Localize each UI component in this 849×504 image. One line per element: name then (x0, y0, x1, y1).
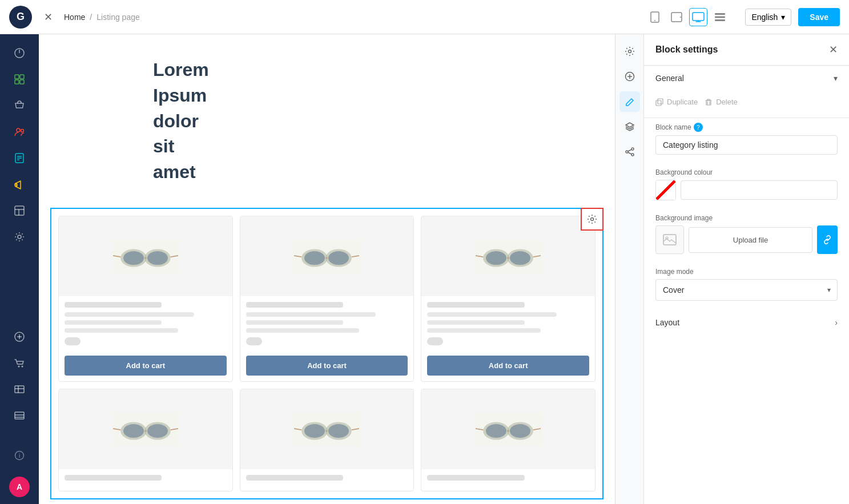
breadcrumb-home[interactable]: Home (64, 13, 85, 22)
svg-point-1 (654, 20, 655, 21)
close-button[interactable]: ✕ (39, 8, 57, 26)
product-image (59, 216, 232, 296)
sidebar-item-table2[interactable] (7, 404, 31, 428)
svg-point-27 (18, 366, 20, 368)
svg-point-13 (17, 128, 20, 132)
sidebar-item-pages[interactable] (7, 67, 31, 91)
tablet-view-button[interactable] (667, 8, 686, 26)
block-settings-button[interactable] (581, 208, 603, 231)
general-section-header[interactable]: General ▾ (644, 66, 849, 91)
product-info (59, 296, 232, 356)
colour-swatch[interactable] (655, 180, 676, 200)
svg-point-92 (628, 50, 631, 53)
svg-point-79 (304, 424, 325, 438)
ra-settings-icon[interactable] (619, 41, 640, 62)
svg-rect-11 (15, 80, 19, 84)
svg-point-67 (510, 253, 530, 265)
product-line (427, 328, 541, 333)
svg-point-57 (329, 253, 349, 265)
sidebar-item-forms[interactable] (7, 146, 31, 170)
product-title-placeholder (246, 475, 343, 481)
sidebar-item-cart[interactable] (7, 351, 31, 375)
breadcrumb: Home / Listing page (64, 13, 630, 22)
svg-point-80 (328, 424, 349, 438)
bg-image-row: Upload file (655, 225, 838, 254)
user-avatar[interactable]: A (9, 477, 30, 497)
product-image (59, 389, 232, 469)
product-line (246, 328, 360, 333)
svg-rect-6 (715, 16, 725, 18)
svg-point-87 (486, 424, 506, 438)
language-selector[interactable]: English ▾ (745, 9, 791, 26)
delete-button[interactable]: Delete (705, 95, 738, 108)
svg-line-99 (628, 150, 631, 151)
block-actions: Duplicate Delete (644, 91, 849, 118)
colour-input[interactable] (681, 180, 838, 200)
bg-colour-label: Background colour (655, 168, 838, 176)
product-toggle (65, 337, 81, 345)
ra-edit-icon[interactable] (619, 91, 640, 112)
svg-rect-29 (15, 386, 24, 393)
sidebar-item-info[interactable]: i (7, 443, 31, 467)
sidebar-item-add[interactable] (7, 325, 31, 349)
sidebar-item-settings[interactable] (7, 225, 31, 249)
ra-add-icon[interactable] (619, 66, 640, 87)
add-to-cart-button[interactable]: Add to cart (246, 356, 408, 376)
product-card: Add to cart (58, 216, 233, 382)
sidebar-item-users[interactable] (7, 120, 31, 144)
save-button[interactable]: Save (798, 8, 840, 26)
add-to-cart-button[interactable]: Add to cart (65, 356, 227, 376)
topbar: G ✕ Home / Listing page English ▾ Save (0, 0, 849, 34)
block-name-section: Block name ? (644, 118, 849, 164)
svg-point-71 (123, 424, 144, 438)
product-toggle (427, 337, 443, 345)
sidebar-item-dashboard[interactable] (7, 41, 31, 65)
svg-point-14 (21, 130, 24, 132)
upload-file-button[interactable]: Upload file (689, 227, 812, 253)
product-image (240, 216, 414, 296)
general-section-title: General (655, 74, 684, 83)
sidebar-item-marketing[interactable] (7, 172, 31, 196)
product-info (59, 469, 232, 491)
layout-section[interactable]: Layout › (644, 310, 849, 335)
duplicate-button[interactable]: Duplicate (655, 95, 698, 108)
product-title-placeholder (65, 302, 162, 308)
ra-layers-icon[interactable] (619, 116, 640, 137)
help-icon[interactable]: ? (694, 123, 703, 132)
image-url-button[interactable] (817, 225, 838, 254)
ra-share-icon[interactable] (619, 142, 640, 162)
block-settings-panel: Block settings ✕ General ▾ Duplicate Del… (643, 34, 849, 504)
product-line (65, 312, 194, 317)
product-card (58, 389, 233, 491)
product-title-placeholder (246, 302, 343, 308)
svg-point-66 (486, 253, 506, 265)
sidebar-item-shop[interactable] (7, 94, 31, 118)
add-to-cart-button[interactable]: Add to cart (427, 356, 589, 376)
product-line (65, 320, 162, 325)
svg-rect-103 (706, 100, 711, 105)
mobile-view-button[interactable] (646, 8, 664, 26)
sidebar-item-table1[interactable] (7, 377, 31, 401)
sidebar-item-layout[interactable] (7, 199, 31, 223)
product-toggle (246, 337, 262, 345)
product-line (427, 312, 557, 317)
image-preview (655, 225, 684, 254)
image-mode-select[interactable]: Cover Contain Stretch Tile (655, 279, 838, 301)
svg-point-23 (18, 235, 21, 239)
svg-point-3 (680, 17, 681, 18)
svg-rect-9 (15, 75, 19, 79)
language-label: English (751, 13, 778, 22)
product-grid-block[interactable]: Add to cart (50, 208, 603, 499)
list-view-button[interactable] (711, 8, 729, 26)
right-action-panel (615, 34, 643, 504)
svg-point-97 (631, 154, 634, 156)
product-card: Add to cart (421, 216, 595, 382)
svg-point-72 (147, 424, 168, 438)
desktop-view-button[interactable] (689, 8, 707, 26)
product-line (246, 312, 376, 317)
block-settings-close-button[interactable]: ✕ (829, 43, 838, 56)
svg-point-28 (22, 366, 23, 368)
bg-image-section: Background image Upload file (644, 209, 849, 263)
block-name-input[interactable] (655, 135, 838, 155)
main-layout: i A LoremIpsumdolorsitamet (0, 34, 849, 504)
